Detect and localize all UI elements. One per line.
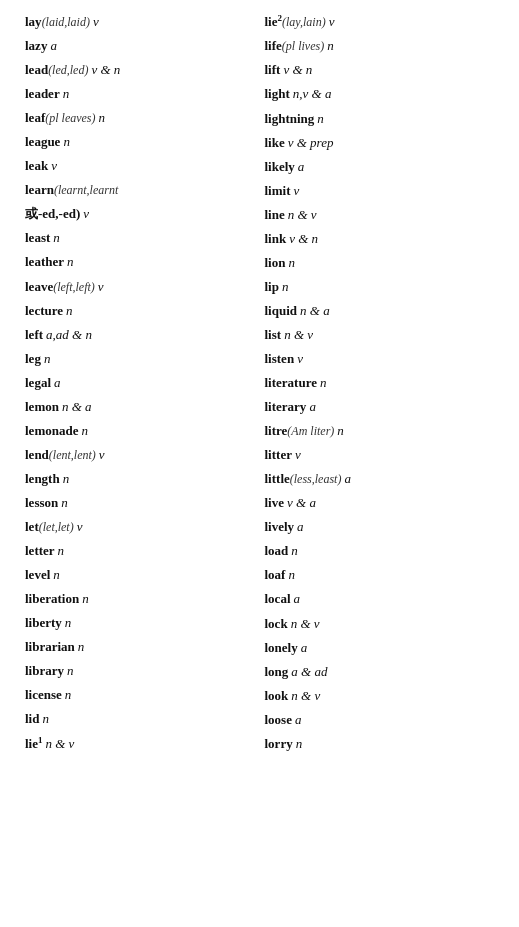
list-item: lorryn <box>265 732 495 756</box>
entry-pos: n <box>320 375 327 390</box>
list-item: litre(Am liter)n <box>265 419 495 443</box>
entry-pos: n & v <box>288 207 317 222</box>
entry-parens: (lent,lent) <box>49 448 96 462</box>
entry-pos: n <box>67 254 74 269</box>
entry-word: least <box>25 230 50 245</box>
entry-word: little <box>265 471 290 486</box>
list-item: leathern <box>25 250 255 274</box>
entry-pos: v <box>93 14 99 29</box>
entry-word: librarian <box>25 639 75 654</box>
entry-word: light <box>265 86 290 101</box>
entry-pos: a <box>309 399 316 414</box>
list-item: lay(laid,laid)v <box>25 10 255 34</box>
list-item: livev & a <box>265 491 495 515</box>
entry-pos: v <box>51 158 57 173</box>
list-item: lemonaden <box>25 419 255 443</box>
entry-word: live <box>265 495 285 510</box>
list-item: lecturen <box>25 299 255 323</box>
entry-pos: n <box>53 230 60 245</box>
entry-pos: n & a <box>300 303 330 318</box>
list-item: legala <box>25 371 255 395</box>
dictionary-page: lay(laid,laid)vlazyalead(led,led)v & nle… <box>0 0 519 766</box>
entry-word: lie2 <box>265 14 283 29</box>
entry-pos: n & a <box>62 399 92 414</box>
entry-pos: n <box>63 134 70 149</box>
entry-word: litter <box>265 447 292 462</box>
entry-word: leave <box>25 279 53 294</box>
entry-word: look <box>265 688 289 703</box>
entry-pos: v <box>83 206 89 221</box>
list-item: lonelya <box>265 636 495 660</box>
entry-word: lay <box>25 14 42 29</box>
list-item: liberationn <box>25 587 255 611</box>
entry-parens: (learnt,learnt <box>54 183 118 197</box>
list-item: literaturen <box>265 371 495 395</box>
list-item: learn(learnt,learnt <box>25 178 255 202</box>
entry-word: length <box>25 471 60 486</box>
list-item: listn & v <box>265 323 495 347</box>
entry-word: lorry <box>265 736 293 751</box>
entry-pos: n <box>61 495 68 510</box>
entry-pos: n <box>99 110 106 125</box>
entry-word: list <box>265 327 282 342</box>
entry-word: level <box>25 567 50 582</box>
entry-pos: v <box>294 183 300 198</box>
entry-pos: a <box>301 640 308 655</box>
entry-pos: v & n <box>283 62 312 77</box>
entry-pos: n <box>67 663 74 678</box>
entry-word: library <box>25 663 64 678</box>
list-item: loafn <box>265 563 495 587</box>
entry-pos: n <box>296 736 303 751</box>
entry-word: lemonade <box>25 423 78 438</box>
entry-word: license <box>25 687 62 702</box>
entry-pos: n <box>282 279 289 294</box>
entry-word: likely <box>265 159 295 174</box>
entry-pos: v <box>77 519 83 534</box>
entry-pos: n <box>65 687 72 702</box>
entry-pos: n <box>53 567 60 582</box>
list-item: leave(left,left)v <box>25 275 255 299</box>
list-item: lie1n & v <box>25 731 255 755</box>
entry-word: league <box>25 134 60 149</box>
list-item: liftv & n <box>265 58 495 82</box>
right-column: lie2(lay,lain)vlife(pl lives)nliftv & nl… <box>260 10 500 756</box>
entry-pos: n & v <box>291 688 320 703</box>
list-item: 或-ed,-ed)v <box>25 202 255 226</box>
entry-word: lively <box>265 519 295 534</box>
entry-word: limit <box>265 183 291 198</box>
entry-word: loaf <box>265 567 286 582</box>
list-item: litterv <box>265 443 495 467</box>
list-item: longa & ad <box>265 660 495 684</box>
entry-pos: n <box>288 255 295 270</box>
list-item: linen & v <box>265 203 495 227</box>
entry-pos: n <box>66 303 73 318</box>
entry-word: 或-ed,-ed) <box>25 206 80 221</box>
entry-word: load <box>265 543 289 558</box>
entry-pos: v <box>98 279 104 294</box>
entry-word: leather <box>25 254 64 269</box>
entry-pos: a & ad <box>291 664 327 679</box>
list-item: lazya <box>25 34 255 58</box>
entry-word: lesson <box>25 495 58 510</box>
list-item: lettern <box>25 539 255 563</box>
list-item: leveln <box>25 563 255 587</box>
list-item: lipn <box>265 275 495 299</box>
entry-parens: (less,least) <box>290 472 342 486</box>
list-item: leaf(pl leaves)n <box>25 106 255 130</box>
entry-word: let <box>25 519 39 534</box>
entry-pos: a <box>344 471 351 486</box>
entry-word: lead <box>25 62 48 77</box>
list-item: life(pl lives)n <box>265 34 495 58</box>
entry-word: line <box>265 207 285 222</box>
entry-pos: n & v <box>46 736 75 751</box>
list-item: lend(lent,lent)v <box>25 443 255 467</box>
entry-word: lion <box>265 255 286 270</box>
entry-word: leg <box>25 351 41 366</box>
entry-pos: n & v <box>291 616 320 631</box>
list-item: lefta,ad & n <box>25 323 255 347</box>
entry-word: leader <box>25 86 60 101</box>
entry-word: left <box>25 327 43 342</box>
entry-parens: (Am liter) <box>287 424 334 438</box>
entry-pos: n <box>288 567 295 582</box>
entry-pos: n,v & a <box>293 86 332 101</box>
